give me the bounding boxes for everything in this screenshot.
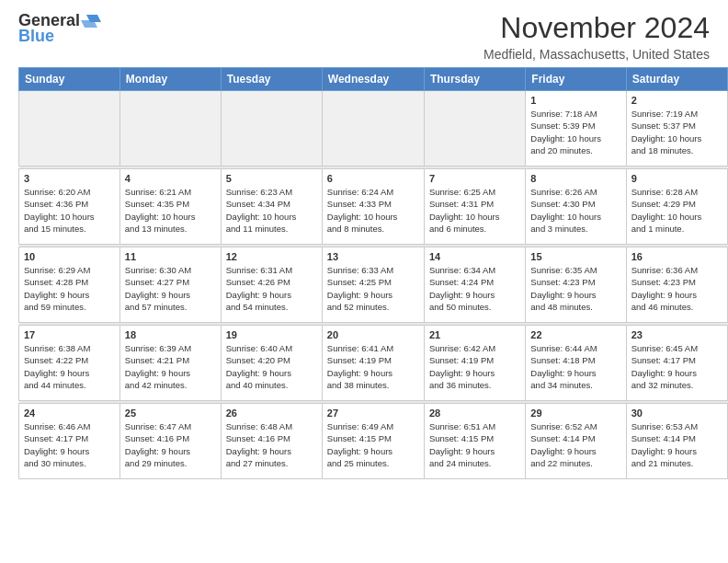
day-of-week-header: Tuesday (221, 68, 322, 91)
calendar-wrapper: SundayMondayTuesdayWednesdayThursdayFrid… (0, 67, 728, 487)
day-info: Sunrise: 6:48 AM Sunset: 4:16 PM Dayligh… (226, 420, 317, 469)
day-number: 15 (530, 251, 620, 262)
day-number: 1 (530, 95, 620, 106)
calendar-cell: 23Sunrise: 6:45 AM Sunset: 4:17 PM Dayli… (626, 326, 727, 401)
day-info: Sunrise: 6:33 AM Sunset: 4:25 PM Dayligh… (327, 264, 419, 313)
day-number: 5 (226, 173, 317, 184)
calendar-cell: 11Sunrise: 6:30 AM Sunset: 4:27 PM Dayli… (119, 247, 221, 323)
calendar-cell (221, 91, 322, 167)
day-info: Sunrise: 6:44 AM Sunset: 4:18 PM Dayligh… (530, 342, 620, 391)
calendar-cell (322, 91, 424, 167)
day-number: 28 (429, 408, 520, 419)
calendar-cell (19, 91, 120, 167)
day-info: Sunrise: 6:24 AM Sunset: 4:33 PM Dayligh… (327, 186, 419, 235)
logo: General Blue (18, 11, 102, 46)
day-info: Sunrise: 6:53 AM Sunset: 4:14 PM Dayligh… (631, 420, 722, 469)
day-info: Sunrise: 6:31 AM Sunset: 4:26 PM Dayligh… (226, 264, 317, 313)
day-number: 23 (631, 329, 722, 340)
calendar-cell: 9Sunrise: 6:28 AM Sunset: 4:29 PM Daylig… (626, 169, 727, 245)
day-number: 18 (125, 329, 216, 340)
calendar-cell: 28Sunrise: 6:51 AM Sunset: 4:15 PM Dayli… (424, 404, 525, 479)
logo-icon (81, 13, 101, 29)
day-number: 12 (226, 251, 317, 262)
day-number: 21 (429, 329, 520, 340)
day-info: Sunrise: 7:19 AM Sunset: 5:37 PM Dayligh… (631, 108, 722, 156)
day-number: 6 (327, 173, 419, 184)
day-info: Sunrise: 6:52 AM Sunset: 4:14 PM Dayligh… (530, 420, 620, 469)
calendar-cell (119, 91, 221, 167)
calendar-cell: 4Sunrise: 6:21 AM Sunset: 4:35 PM Daylig… (119, 169, 221, 245)
day-info: Sunrise: 6:45 AM Sunset: 4:17 PM Dayligh… (631, 342, 722, 391)
calendar-cell: 26Sunrise: 6:48 AM Sunset: 4:16 PM Dayli… (221, 404, 322, 479)
calendar-body: 1Sunrise: 7:18 AM Sunset: 5:39 PM Daylig… (19, 91, 728, 479)
day-info: Sunrise: 6:35 AM Sunset: 4:23 PM Dayligh… (530, 264, 620, 313)
day-info: Sunrise: 6:49 AM Sunset: 4:15 PM Dayligh… (327, 420, 419, 469)
header: General Blue November 2024 Medfield, Mas… (0, 0, 728, 67)
day-info: Sunrise: 6:42 AM Sunset: 4:19 PM Dayligh… (429, 342, 520, 391)
day-number: 25 (125, 408, 216, 419)
day-number: 8 (530, 173, 620, 184)
calendar-cell: 7Sunrise: 6:25 AM Sunset: 4:31 PM Daylig… (424, 169, 525, 245)
day-info: Sunrise: 6:34 AM Sunset: 4:24 PM Dayligh… (429, 264, 520, 313)
calendar-header: SundayMondayTuesdayWednesdayThursdayFrid… (19, 68, 728, 91)
day-number: 13 (327, 251, 419, 262)
day-info: Sunrise: 6:41 AM Sunset: 4:19 PM Dayligh… (327, 342, 419, 391)
calendar-cell: 14Sunrise: 6:34 AM Sunset: 4:24 PM Dayli… (424, 247, 525, 323)
day-number: 2 (631, 95, 722, 106)
day-number: 22 (530, 329, 620, 340)
title-section: November 2024 Medfield, Massachusetts, U… (483, 11, 710, 62)
day-info: Sunrise: 6:21 AM Sunset: 4:35 PM Dayligh… (125, 186, 216, 235)
day-of-week-header: Friday (526, 68, 626, 91)
calendar-cell: 1Sunrise: 7:18 AM Sunset: 5:39 PM Daylig… (526, 91, 626, 167)
day-number: 16 (631, 251, 722, 262)
calendar-cell: 3Sunrise: 6:20 AM Sunset: 4:36 PM Daylig… (19, 169, 120, 245)
day-info: Sunrise: 6:36 AM Sunset: 4:23 PM Dayligh… (631, 264, 722, 313)
day-number: 14 (429, 251, 520, 262)
day-of-week-header: Monday (119, 68, 221, 91)
day-info: Sunrise: 6:40 AM Sunset: 4:20 PM Dayligh… (226, 342, 317, 391)
calendar-cell: 6Sunrise: 6:24 AM Sunset: 4:33 PM Daylig… (322, 169, 424, 245)
day-info: Sunrise: 6:29 AM Sunset: 4:28 PM Dayligh… (24, 264, 115, 313)
day-info: Sunrise: 6:30 AM Sunset: 4:27 PM Dayligh… (125, 264, 216, 313)
calendar-cell: 12Sunrise: 6:31 AM Sunset: 4:26 PM Dayli… (221, 247, 322, 323)
day-number: 26 (226, 408, 317, 419)
calendar-cell: 2Sunrise: 7:19 AM Sunset: 5:37 PM Daylig… (626, 91, 727, 167)
day-info: Sunrise: 6:25 AM Sunset: 4:31 PM Dayligh… (429, 186, 520, 235)
calendar-cell: 21Sunrise: 6:42 AM Sunset: 4:19 PM Dayli… (424, 326, 525, 401)
calendar-cell: 20Sunrise: 6:41 AM Sunset: 4:19 PM Dayli… (322, 326, 424, 401)
day-of-week-header: Saturday (626, 68, 727, 91)
calendar-cell: 24Sunrise: 6:46 AM Sunset: 4:17 PM Dayli… (19, 404, 120, 479)
day-info: Sunrise: 6:38 AM Sunset: 4:22 PM Dayligh… (24, 342, 115, 391)
day-number: 11 (125, 251, 216, 262)
day-of-week-header: Sunday (19, 68, 120, 91)
calendar-cell: 25Sunrise: 6:47 AM Sunset: 4:16 PM Dayli… (119, 404, 221, 479)
day-info: Sunrise: 6:47 AM Sunset: 4:16 PM Dayligh… (125, 420, 216, 469)
calendar-cell: 27Sunrise: 6:49 AM Sunset: 4:15 PM Dayli… (322, 404, 424, 479)
day-info: Sunrise: 6:26 AM Sunset: 4:30 PM Dayligh… (530, 186, 620, 235)
day-info: Sunrise: 6:23 AM Sunset: 4:34 PM Dayligh… (226, 186, 317, 235)
calendar-table: SundayMondayTuesdayWednesdayThursdayFrid… (18, 67, 728, 479)
calendar-cell: 5Sunrise: 6:23 AM Sunset: 4:34 PM Daylig… (221, 169, 322, 245)
month-title: November 2024 (483, 11, 710, 45)
day-number: 24 (24, 408, 115, 419)
day-number: 3 (24, 173, 115, 184)
day-info: Sunrise: 6:28 AM Sunset: 4:29 PM Dayligh… (631, 186, 722, 235)
calendar-cell: 10Sunrise: 6:29 AM Sunset: 4:28 PM Dayli… (19, 247, 120, 323)
day-number: 9 (631, 173, 722, 184)
day-number: 20 (327, 329, 419, 340)
calendar-cell: 18Sunrise: 6:39 AM Sunset: 4:21 PM Dayli… (119, 326, 221, 401)
calendar-cell: 15Sunrise: 6:35 AM Sunset: 4:23 PM Dayli… (526, 247, 626, 323)
calendar-cell: 16Sunrise: 6:36 AM Sunset: 4:23 PM Dayli… (626, 247, 727, 323)
logo-blue-text: Blue (18, 27, 54, 46)
day-number: 4 (125, 173, 216, 184)
calendar-cell (424, 91, 525, 167)
day-number: 7 (429, 173, 520, 184)
day-info: Sunrise: 6:51 AM Sunset: 4:15 PM Dayligh… (429, 420, 520, 469)
calendar-cell: 19Sunrise: 6:40 AM Sunset: 4:20 PM Dayli… (221, 326, 322, 401)
day-info: Sunrise: 7:18 AM Sunset: 5:39 PM Dayligh… (530, 108, 620, 156)
day-number: 19 (226, 329, 317, 340)
day-number: 30 (631, 408, 722, 419)
day-info: Sunrise: 6:39 AM Sunset: 4:21 PM Dayligh… (125, 342, 216, 391)
calendar-cell: 13Sunrise: 6:33 AM Sunset: 4:25 PM Dayli… (322, 247, 424, 323)
calendar-cell: 29Sunrise: 6:52 AM Sunset: 4:14 PM Dayli… (526, 404, 626, 479)
